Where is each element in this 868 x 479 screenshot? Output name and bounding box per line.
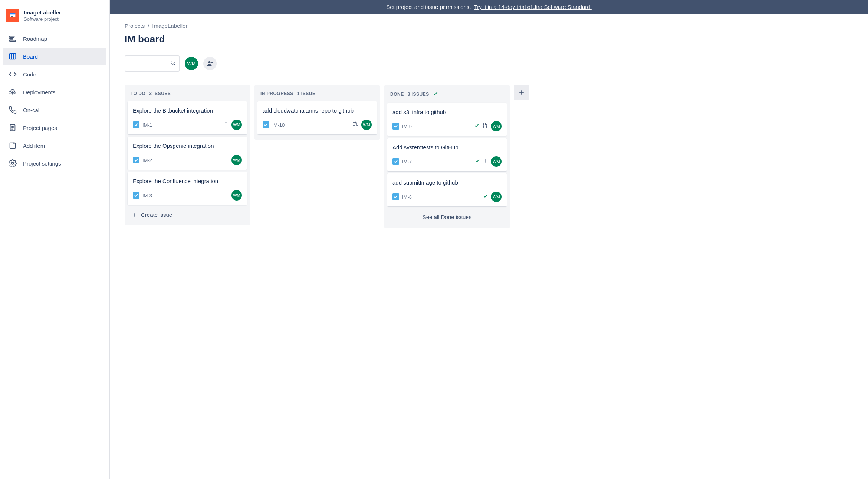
issue-card[interactable]: add cloudwatchalarms repo to github IM-1…	[257, 101, 377, 134]
task-type-icon	[392, 193, 399, 200]
kanban-board: TO DO 3 ISSUES Explore the Bitbucket int…	[125, 85, 853, 228]
assignee-avatar[interactable]: WM	[231, 190, 242, 201]
card-title: Add systemtests to GitHub	[392, 143, 502, 151]
pull-request-icon	[352, 121, 358, 128]
sidebar-item-project-settings[interactable]: Project settings	[3, 154, 106, 172]
sidebar-item-label: Add item	[23, 143, 45, 149]
column-header[interactable]: DONE 3 ISSUES	[385, 85, 509, 103]
done-check-icon	[483, 193, 488, 200]
sidebar-item-roadmap[interactable]: Roadmap	[3, 30, 106, 48]
breadcrumb-current[interactable]: ImageLabeller	[152, 23, 187, 29]
sidebar-item-code[interactable]: Code	[3, 65, 106, 83]
svg-point-17	[11, 162, 14, 164]
sidebar-item-label: On-call	[23, 107, 41, 113]
column-count: 3 ISSUES	[149, 91, 171, 96]
task-type-icon	[133, 121, 139, 128]
column-count: 1 ISSUE	[297, 91, 316, 96]
svg-point-32	[483, 127, 484, 128]
task-type-icon	[392, 123, 399, 130]
column-header[interactable]: TO DO 3 ISSUES	[125, 85, 249, 101]
card-title: add cloudwatchalarms repo to github	[263, 107, 372, 114]
issue-key: IM-2	[142, 157, 152, 163]
svg-point-33	[486, 127, 487, 128]
svg-point-31	[483, 124, 484, 125]
user-avatar[interactable]: WM	[185, 57, 198, 70]
add-column-button[interactable]	[514, 85, 529, 100]
see-all-done-link[interactable]: See all Done issues	[385, 209, 509, 225]
create-issue-label: Create issue	[141, 212, 172, 218]
assignee-avatar[interactable]: WM	[231, 120, 242, 130]
svg-line-19	[174, 64, 175, 65]
trial-banner: Set project and issue permissions. Try i…	[110, 0, 868, 14]
add-user-button[interactable]	[203, 57, 217, 70]
banner-link[interactable]: Try it in a 14-day trial of Jira Softwar…	[474, 4, 592, 10]
issue-card[interactable]: Add systemtests to GitHub IM-7 WM	[387, 138, 507, 171]
svg-rect-2	[11, 16, 13, 17]
svg-rect-6	[10, 54, 16, 59]
assignee-avatar[interactable]: WM	[491, 192, 502, 202]
breadcrumb-separator: /	[148, 23, 149, 29]
issue-card[interactable]: Explore the Bitbucket integration IM-1 W…	[128, 101, 247, 134]
task-type-icon	[133, 157, 139, 163]
project-header[interactable]: ImageLabeller Software project	[3, 6, 106, 30]
column-done: DONE 3 ISSUES add s3_infra to github IM-…	[384, 85, 510, 228]
issue-key: IM-3	[142, 193, 152, 198]
priority-icon	[223, 121, 228, 128]
sidebar-item-label: Roadmap	[23, 36, 47, 42]
done-check-icon	[475, 158, 480, 165]
breadcrumb-root[interactable]: Projects	[125, 23, 145, 29]
svg-rect-3	[10, 36, 14, 38]
add-item-icon	[8, 141, 17, 150]
issue-key: IM-10	[272, 122, 285, 128]
sidebar-item-project-pages[interactable]: Project pages	[3, 119, 106, 137]
page-title: IM board	[125, 33, 853, 45]
board-icon	[8, 52, 17, 61]
search-icon	[170, 60, 176, 67]
svg-point-20	[208, 61, 211, 63]
assignee-avatar[interactable]: WM	[231, 155, 242, 165]
banner-text: Set project and issue permissions.	[386, 4, 471, 10]
code-icon	[8, 70, 17, 79]
svg-point-28	[354, 125, 355, 126]
sidebar: ImageLabeller Software project RoadmapBo…	[0, 0, 110, 479]
issue-card[interactable]: Explore the Opsgenie integration IM-2 WM	[128, 137, 247, 170]
assignee-avatar[interactable]: WM	[491, 121, 502, 131]
card-title: add s3_infra to github	[392, 108, 502, 116]
svg-rect-4	[10, 38, 13, 39]
svg-point-18	[171, 61, 174, 64]
column-name: IN PROGRESS	[260, 91, 293, 96]
column-header[interactable]: IN PROGRESS 1 ISSUE	[255, 85, 379, 101]
oncall-icon	[8, 105, 17, 114]
issue-key: IM-9	[402, 124, 412, 129]
issue-card[interactable]: add s3_infra to github IM-9 WM	[387, 103, 507, 136]
sidebar-item-label: Deployments	[23, 89, 56, 95]
breadcrumb: Projects / ImageLabeller	[125, 23, 853, 29]
card-title: add submitImage to github	[392, 179, 502, 186]
create-issue-button[interactable]: Create issue	[125, 207, 249, 222]
assignee-avatar[interactable]: WM	[491, 156, 502, 167]
sidebar-item-on-call[interactable]: On-call	[3, 101, 106, 119]
card-title: Explore the Confluence integration	[133, 177, 242, 185]
pull-request-icon	[482, 123, 488, 130]
pages-icon	[8, 123, 17, 132]
issue-card[interactable]: add submitImage to github IM-8 WM	[387, 173, 507, 206]
issue-card[interactable]: Explore the Confluence integration IM-3 …	[128, 172, 247, 205]
task-type-icon	[133, 192, 139, 199]
assignee-avatar[interactable]: WM	[361, 120, 372, 130]
main-content: Set project and issue permissions. Try i…	[110, 0, 868, 479]
settings-icon	[8, 159, 17, 168]
sidebar-item-add-item[interactable]: Add item	[3, 137, 106, 154]
column-count: 3 ISSUES	[408, 92, 429, 97]
sidebar-item-label: Project pages	[23, 125, 57, 131]
priority-icon	[483, 158, 488, 165]
sidebar-item-board[interactable]: Board	[3, 48, 106, 65]
done-column-check-icon	[433, 91, 438, 98]
svg-point-27	[354, 122, 355, 123]
issue-key: IM-7	[402, 159, 412, 164]
roadmap-icon	[8, 34, 17, 43]
svg-rect-14	[10, 143, 16, 149]
issue-key: IM-1	[142, 122, 152, 128]
sidebar-item-deployments[interactable]: Deployments	[3, 83, 106, 101]
svg-point-29	[356, 125, 358, 126]
svg-point-35	[485, 159, 486, 160]
